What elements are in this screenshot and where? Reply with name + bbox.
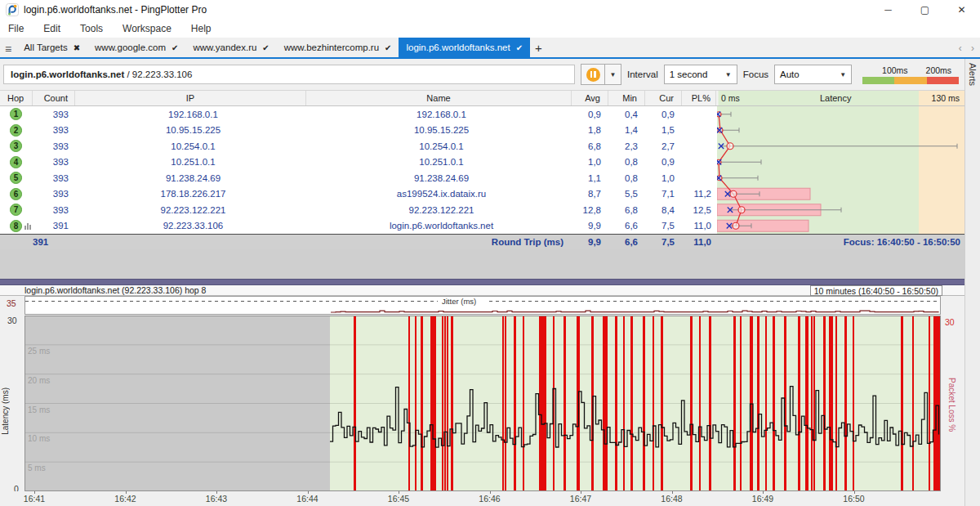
summary-pl: 11,0	[682, 237, 716, 247]
time-label: 16:41	[24, 494, 45, 504]
avg-cell: 8,7	[572, 186, 608, 203]
header-name[interactable]: Name	[306, 91, 572, 105]
check-icon[interactable]: ✔	[385, 43, 391, 52]
pause-dropdown-button[interactable]: ▼	[605, 64, 621, 85]
tab-scroll-arrows[interactable]: ‹ ›	[959, 43, 978, 54]
focus-select[interactable]: Auto▼	[774, 65, 852, 84]
packet-loss-cell	[682, 123, 716, 139]
time-label: 16:46	[479, 494, 500, 504]
packet-loss-event	[615, 316, 617, 491]
menu-item-file[interactable]: File	[8, 23, 24, 34]
name-cell: login.p6.worldoftanks.net	[306, 218, 572, 235]
timeline-plot[interactable]: 25 ms20 ms15 ms10 ms5 ms	[24, 316, 941, 491]
minimize-button[interactable]: ─	[870, 0, 906, 20]
name-cell: 192.168.0.1	[306, 106, 572, 123]
ip-cell: 92.223.122.221	[75, 202, 306, 218]
time-label: 16:45	[388, 494, 409, 504]
packet-loss-event	[829, 316, 833, 491]
latency-plot-row: 30 0 Latency (ms) 30 Packet Loss % 25 ms…	[0, 316, 964, 491]
latency-gradient-bar	[862, 77, 959, 84]
jitter-label: Jitter (ms)	[442, 297, 476, 306]
check-icon[interactable]: ✔	[516, 43, 523, 52]
timeline-range-label[interactable]: 10 minutes (16:40:50 - 16:50:50)	[810, 285, 942, 296]
close-icon[interactable]: ✖	[74, 43, 80, 52]
avg-cell: 6,8	[572, 138, 608, 154]
hop-latency-graph[interactable]	[717, 106, 964, 234]
summary-label: Round Trip (ms)	[306, 237, 572, 247]
hop-cell: 6	[0, 186, 33, 203]
count-cell: 393	[33, 154, 75, 171]
check-icon[interactable]: ✔	[172, 43, 178, 52]
window-title: login.p6.worldoftanks.net - PingPlotter …	[24, 4, 207, 16]
cur-cell: 7,1	[645, 186, 682, 203]
latency-min-label: 0 ms	[716, 93, 740, 103]
menu-item-edit[interactable]: Edit	[43, 23, 60, 34]
hop-number-badge: 3	[10, 140, 22, 152]
round-trip-summary-row[interactable]: 391 Round Trip (ms) 9,9 6,6 7,5 11,0 Foc…	[0, 234, 964, 249]
min-cell: 5,5	[608, 186, 645, 203]
hamburger-icon[interactable]: ≡	[2, 43, 16, 57]
name-cell: 10.95.15.225	[306, 123, 572, 139]
svg-text:5 ms: 5 ms	[28, 463, 46, 472]
avg-cell: 1,1	[572, 170, 608, 186]
interval-value: 1 second	[670, 69, 708, 79]
packet-loss-event	[733, 316, 736, 491]
main-pane: login.p6.worldoftanks.net / 92.223.33.10…	[0, 59, 964, 506]
header-min[interactable]: Min	[608, 91, 645, 105]
table-header: Hop Count IP Name Avg Min Cur PL% 0 ms L…	[0, 90, 964, 106]
check-icon[interactable]: ✔	[262, 43, 269, 52]
header-hop[interactable]: Hop	[0, 91, 33, 105]
packet-loss-event	[603, 316, 608, 491]
new-tab-button[interactable]: +	[530, 41, 550, 57]
tab-label: www.google.com	[95, 43, 166, 52]
summary-cur: 7,5	[645, 237, 682, 247]
packet-loss-event	[798, 316, 800, 491]
packet-loss-event	[912, 316, 914, 491]
tab-www-bezhintercomp-ru[interactable]: www.bezhintercomp.ru✔	[277, 38, 399, 57]
header-cur[interactable]: Cur	[645, 91, 682, 105]
jitter-strip[interactable]: Jitter (ms)	[24, 296, 941, 315]
header-avg[interactable]: Avg	[572, 91, 608, 105]
avg-cell: 12,8	[572, 202, 608, 218]
latency-axis-max: 30	[7, 316, 17, 325]
packet-loss-event	[354, 316, 356, 491]
time-axis: 16:4116:4216:4316:4416:4516:4616:4716:48…	[0, 491, 964, 506]
header-latency: 0 ms Latency 130 ms	[716, 91, 964, 105]
tab-www-google-com[interactable]: www.google.com✔	[87, 38, 185, 57]
packet-loss-cell	[682, 154, 716, 171]
hop-number-badge: 5	[10, 172, 22, 184]
target-address-box[interactable]: login.p6.worldoftanks.net / 92.223.33.10…	[3, 65, 575, 84]
tab-login-p6-worldoftanks-net[interactable]: login.p6.worldoftanks.net✔	[399, 38, 530, 57]
tab-label: All Targets	[24, 43, 67, 52]
latency-axis-label: Latency (ms)	[1, 387, 10, 435]
tab-label: login.p6.worldoftanks.net	[406, 43, 510, 52]
focus-value: Auto	[780, 69, 800, 79]
menu-item-tools[interactable]: Tools	[80, 23, 103, 34]
header-pl[interactable]: PL%	[682, 91, 716, 105]
count-cell: 393	[33, 186, 75, 203]
alerts-side-tab[interactable]: Alerts	[964, 59, 980, 506]
tab-all-targets[interactable]: All Targets✖	[16, 38, 87, 57]
summary-count: 391	[33, 237, 75, 247]
interval-select[interactable]: 1 second▼	[664, 65, 737, 84]
pingplotter-window: login.p6.worldoftanks.net - PingPlotter …	[0, 0, 980, 506]
avg-marker	[718, 128, 723, 132]
hop-cell: 8	[0, 218, 33, 235]
svg-text:10 ms: 10 ms	[28, 434, 50, 443]
latency-title: Latency	[740, 93, 932, 103]
hop-number-badge: 4	[10, 156, 22, 168]
tab-www-yandex-ru[interactable]: www.yandex.ru✔	[185, 38, 276, 57]
packet-loss-cell	[682, 106, 716, 123]
header-count[interactable]: Count	[33, 91, 75, 105]
summary-min: 6,6	[608, 237, 645, 247]
close-button[interactable]: ✕	[943, 0, 980, 20]
jitter-strip-row: 35 Jitter (ms)	[0, 296, 964, 316]
chevron-down-icon: ▼	[833, 71, 846, 78]
jitter-trace	[331, 311, 938, 312]
maximize-button[interactable]: ▢	[906, 0, 943, 20]
menu-item-help[interactable]: Help	[191, 23, 212, 34]
hop-cell: 7	[0, 202, 33, 218]
pause-button[interactable]	[581, 64, 605, 85]
menu-item-workspace[interactable]: Workspace	[122, 23, 172, 34]
header-ip[interactable]: IP	[75, 91, 306, 105]
